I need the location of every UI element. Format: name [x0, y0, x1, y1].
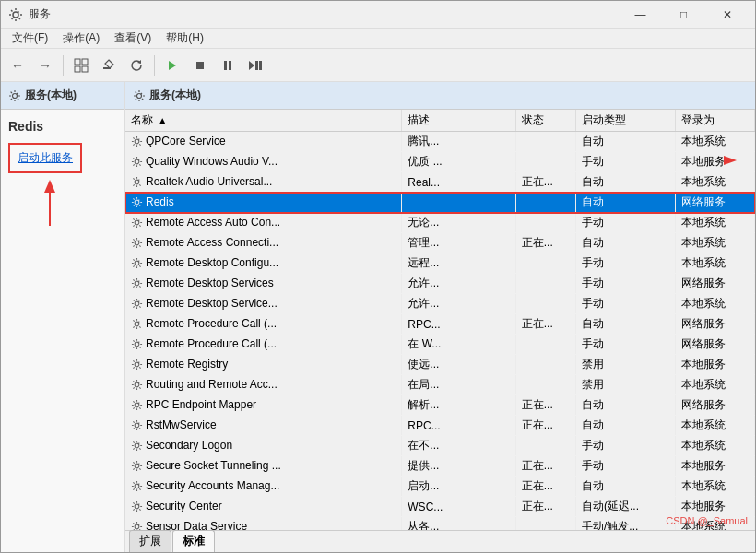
cell-status: 正在... — [515, 314, 575, 335]
menu-bar: 文件(F) 操作(A) 查看(V) 帮助(H) — [1, 29, 755, 49]
table-row[interactable]: Routing and Remote Acc...在局...禁用本地系统 — [125, 375, 755, 395]
tab-expand[interactable]: 扩展 — [129, 530, 171, 552]
row-gear-icon — [131, 338, 143, 350]
table-row[interactable]: Secondary Logon在不...手动本地系统 — [125, 436, 755, 456]
cell-logon: 本地服务 — [675, 355, 754, 375]
close-button[interactable]: ✕ — [706, 2, 748, 28]
cell-name: Security Center — [125, 497, 402, 517]
pause-button[interactable] — [215, 53, 241, 78]
cell-starttype: 自动 — [575, 477, 675, 497]
table-row[interactable]: Secure Socket Tunneling ...提供...正在...手动本… — [125, 456, 755, 477]
tab-standard[interactable]: 标准 — [172, 530, 215, 552]
cell-name: Sensor Data Service — [125, 517, 402, 531]
play-icon — [166, 59, 179, 72]
col-logon[interactable]: 登录为 — [675, 110, 754, 132]
cell-desc: 优质 ... — [402, 152, 515, 172]
table-row[interactable]: Quality Windows Audio V...优质 ...手动本地服务 — [125, 152, 755, 172]
cell-name: Remote Desktop Services — [125, 274, 402, 294]
menu-view[interactable]: 查看(V) — [107, 29, 159, 48]
table-row[interactable]: Remote Procedure Call (...在 W...手动网络服务 — [125, 335, 755, 355]
start-service-link[interactable]: 启动此服务 — [18, 151, 73, 164]
cell-status — [515, 294, 575, 314]
row-gear-icon — [131, 196, 143, 208]
table-row[interactable]: Security CenterWSC...正在...自动(延迟...本地服务 — [125, 497, 755, 517]
cell-desc: 从各... — [402, 517, 515, 531]
toolbar: ← → — [1, 49, 755, 82]
col-desc[interactable]: 描述 — [402, 110, 515, 132]
cell-desc: 管理... — [402, 233, 515, 253]
row-gear-icon — [131, 419, 143, 431]
cell-desc: 启动... — [402, 477, 515, 497]
sidebar: 服务(本地) Redis 启动此服务 — [1, 82, 125, 552]
cell-status — [515, 132, 575, 152]
table-row[interactable]: Remote Desktop Services允许...手动网络服务 — [125, 274, 755, 294]
table-row[interactable]: Security Accounts Manag...启动...正在...自动本地… — [125, 477, 755, 497]
view-button[interactable] — [68, 53, 94, 78]
menu-action[interactable]: 操作(A) — [55, 29, 107, 48]
bottom-tabs: 扩展 标准 — [125, 530, 755, 552]
cell-starttype: 手动 — [575, 213, 675, 233]
table-row[interactable]: Sensor Data Service从各...手动/触发...本地系统 — [125, 517, 755, 531]
table-row[interactable]: Redis自动网络服务 — [125, 193, 755, 213]
menu-help[interactable]: 帮助(H) — [159, 29, 211, 48]
services-table: 名称 ▲ 描述 状态 启动类型 登录为 QPCore Service腾讯...自… — [125, 110, 755, 530]
svg-marker-17 — [44, 180, 55, 193]
row-gear-icon — [131, 298, 143, 310]
table-row[interactable]: Remote Access Connecti...管理...正在...自动本地系… — [125, 233, 755, 253]
table-row[interactable]: Remote Procedure Call (...RPC...正在...自动网… — [125, 314, 755, 335]
cell-name: Realtek Audio Universal... — [125, 172, 402, 193]
sidebar-service-name: Redis — [8, 119, 117, 134]
table-row[interactable]: RPC Endpoint Mapper解析...正在...自动网络服务 — [125, 395, 755, 416]
minimize-button[interactable]: — — [620, 2, 661, 28]
forward-button[interactable]: → — [32, 53, 58, 78]
cell-name: Remote Procedure Call (... — [125, 335, 402, 355]
restart-button[interactable] — [242, 53, 268, 78]
row-gear-icon — [131, 399, 143, 411]
col-starttype[interactable]: 启动类型 — [575, 110, 675, 132]
table-row[interactable]: Remote Desktop Service...允许...手动本地系统 — [125, 294, 755, 314]
cell-status: 正在... — [515, 395, 575, 416]
table-row[interactable]: QPCore Service腾讯...自动本地系统 — [125, 132, 755, 152]
table-row[interactable]: RstMwServiceRPC...正在...自动本地系统 — [125, 416, 755, 436]
cell-desc: 在不... — [402, 436, 515, 456]
cell-status — [515, 517, 575, 531]
sidebar-header-label: 服务(本地) — [25, 88, 77, 103]
back-button[interactable]: ← — [5, 53, 30, 78]
cell-logon: 本地系统 — [675, 416, 754, 436]
svg-rect-3 — [75, 66, 80, 72]
table-row[interactable]: Remote Registry使远...禁用本地服务 — [125, 355, 755, 375]
cell-starttype: 禁用 — [575, 375, 675, 395]
services-table-wrapper[interactable]: 名称 ▲ 描述 状态 启动类型 登录为 QPCore Service腾讯...自… — [125, 110, 755, 530]
main-content: 服务(本地) Redis 启动此服务 — [1, 82, 755, 552]
start-button[interactable] — [159, 53, 185, 78]
cell-name: Secure Socket Tunneling ... — [125, 456, 402, 477]
cell-logon: 本地系统 — [675, 477, 754, 497]
red-arrow-icon — [36, 180, 64, 226]
svg-rect-11 — [229, 61, 231, 70]
cell-logon: 本地系统 — [675, 172, 754, 193]
cell-starttype: 自动 — [575, 395, 675, 416]
cell-starttype: 手动 — [575, 152, 675, 172]
cell-name: Redis — [125, 193, 402, 213]
cell-name: Remote Access Auto Con... — [125, 213, 402, 233]
refresh-button[interactable] — [124, 53, 149, 78]
right-header-label: 服务(本地) — [149, 88, 201, 103]
cell-status: 正在... — [515, 172, 575, 193]
table-header-row: 名称 ▲ 描述 状态 启动类型 登录为 — [125, 110, 755, 132]
edit-button[interactable] — [96, 53, 122, 78]
row-gear-icon — [131, 379, 143, 391]
table-row[interactable]: Remote Access Auto Con...无论...手动本地系统 — [125, 213, 755, 233]
table-row[interactable]: Realtek Audio Universal...Real...正在...自动… — [125, 172, 755, 193]
cell-logon: 本地系统 — [675, 132, 754, 152]
col-status[interactable]: 状态 — [515, 110, 575, 132]
row-gear-icon — [131, 440, 143, 452]
svg-rect-2 — [82, 59, 88, 65]
menu-file[interactable]: 文件(F) — [5, 29, 55, 48]
cell-desc: 远程... — [402, 253, 515, 274]
cell-desc: 腾讯... — [402, 132, 515, 152]
table-row[interactable]: Remote Desktop Configu...远程...手动本地系统 — [125, 253, 755, 274]
maximize-button[interactable]: □ — [663, 2, 704, 28]
stop-button[interactable] — [187, 53, 213, 78]
col-name[interactable]: 名称 ▲ — [125, 110, 402, 132]
row-gear-icon — [131, 217, 143, 229]
